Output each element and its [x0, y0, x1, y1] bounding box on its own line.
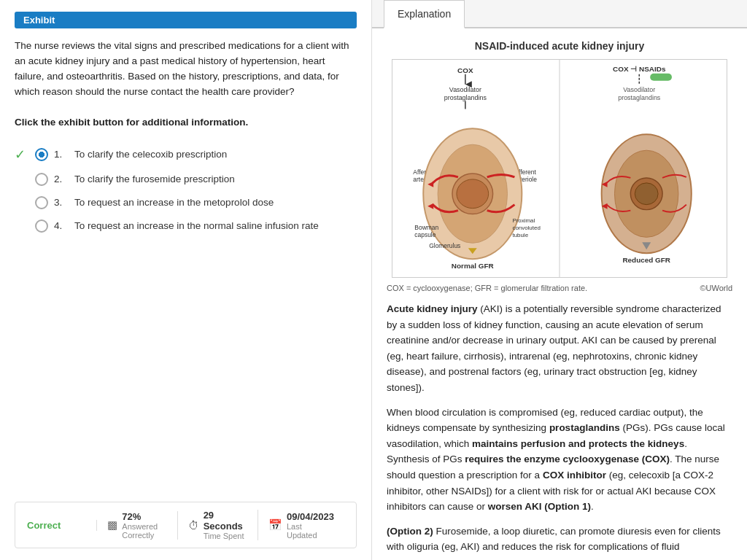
time-value: 29 Seconds: [204, 510, 247, 532]
diagram-title: NSAID-induced acute kidney injury: [387, 40, 732, 52]
diagram-caption-left: COX = cyclooxygenase; GFR = glomerular f…: [387, 284, 587, 292]
explanation-para-2: When blood circulation is compromised (e…: [387, 405, 732, 515]
kidney-diagram-svg: COX Vasodilator prostaglandins Afferent …: [392, 59, 727, 278]
diagram-caption-right: ©UWorld: [700, 284, 732, 292]
time-label: Time Spent: [204, 532, 247, 540]
tab-bar: Explanation: [372, 0, 747, 28]
svg-point-13: [457, 179, 489, 209]
svg-text:Vasodilator: Vasodilator: [623, 86, 655, 93]
svg-text:prostaglandins: prostaglandins: [444, 94, 487, 101]
answer-text-4: To request an increase in the normal sal…: [74, 220, 319, 231]
exhibit-button[interactable]: Exhibit: [15, 12, 357, 28]
answer-number-4: 4.: [54, 220, 69, 231]
answer-text-2: To clarify the furosemide prescription: [74, 174, 235, 184]
time-text-block: 29 Seconds Time Spent: [204, 510, 247, 540]
svg-text:Reduced GFR: Reduced GFR: [622, 256, 670, 264]
date-text-block: 09/04/2023 Last Updated: [287, 511, 334, 540]
radio-circle-3: [35, 196, 48, 209]
diagram-caption: COX = cyclooxygenase; GFR = glomerular f…: [387, 284, 732, 292]
svg-text:capsule: capsule: [414, 231, 436, 238]
radio-selected-1: [35, 148, 48, 161]
svg-text:Normal GFR: Normal GFR: [452, 262, 494, 270]
svg-text:COX ⊣ NSAIDs: COX ⊣ NSAIDs: [613, 65, 666, 73]
date-stat: 📅 09/04/2023 Last Updated: [258, 511, 344, 540]
right-panel: Explanation NSAID-induced acute kidney i…: [372, 0, 747, 560]
stats-bar: Correct ▩ 72% Answered Correctly ⏱ 29 Se…: [15, 502, 357, 548]
answer-text-1: To clarify the celecoxib prescription: [74, 149, 227, 160]
answered-text-block: 72% Answered Correctly: [122, 511, 166, 540]
svg-rect-25: [650, 74, 672, 81]
svg-point-32: [635, 183, 658, 205]
answers-list: ✓ 1. To clarify the celecoxib prescripti…: [15, 147, 357, 243]
svg-text:tubule: tubule: [512, 232, 528, 238]
svg-text:Vasodilator: Vasodilator: [449, 86, 481, 93]
answer-item-4[interactable]: 4. To request an increase in the normal …: [15, 219, 357, 233]
bar-chart-icon: ▩: [107, 518, 117, 532]
correct-label: Correct: [27, 520, 61, 531]
date-value: 09/04/2023: [287, 511, 334, 522]
diagram-container: COX Vasodilator prostaglandins Afferent …: [387, 59, 732, 278]
question-click-note: Click the exhibit button for additional …: [15, 117, 248, 128]
svg-text:prostaglandins: prostaglandins: [618, 94, 661, 101]
question-text: The nurse reviews the vital signs and pr…: [15, 39, 357, 131]
left-panel: Exhibit The nurse reviews the vital sign…: [0, 0, 372, 560]
answer-item-3[interactable]: 3. To request an increase in the metopro…: [15, 196, 357, 209]
svg-text:Bowman: Bowman: [414, 224, 438, 231]
answer-text-3: To request an increase in the metoprolol…: [74, 197, 274, 208]
answered-pct: 72%: [122, 511, 166, 522]
calendar-icon: 📅: [268, 518, 282, 532]
radio-circle-2: [35, 173, 48, 186]
answer-number-3: 3.: [54, 197, 69, 208]
answer-number-1: 1.: [54, 149, 69, 160]
svg-text:Proximal: Proximal: [512, 218, 535, 225]
correct-stat: Correct: [27, 520, 97, 531]
correct-check-icon: ✓: [15, 147, 29, 163]
time-stat: ⏱ 29 Seconds Time Spent: [178, 510, 258, 540]
radio-circle-4: [35, 219, 48, 233]
date-label: Last Updated: [287, 522, 334, 540]
answered-stat: ▩ 72% Answered Correctly: [97, 511, 177, 540]
answer-number-2: 2.: [54, 174, 69, 184]
explanation-tab[interactable]: Explanation: [384, 0, 465, 28]
explanation-para-1: Acute kidney injury (AKI) is a potential…: [387, 301, 732, 396]
answer-item-1[interactable]: ✓ 1. To clarify the celecoxib prescripti…: [15, 147, 357, 163]
answered-label: Answered Correctly: [122, 522, 166, 540]
svg-text:convoluted: convoluted: [512, 225, 540, 231]
explanation-para-3: (Option 2) Furosemide, a loop diuretic, …: [387, 524, 732, 555]
svg-text:COX: COX: [457, 66, 473, 74]
clock-icon: ⏱: [188, 519, 199, 532]
explanation-text: Acute kidney injury (AKI) is a potential…: [387, 301, 732, 555]
answer-item-2[interactable]: 2. To clarify the furosemide prescriptio…: [15, 173, 357, 186]
svg-text:Glomerulus: Glomerulus: [429, 242, 460, 249]
explanation-content: NSAID-induced acute kidney injury COX Va…: [372, 28, 747, 560]
